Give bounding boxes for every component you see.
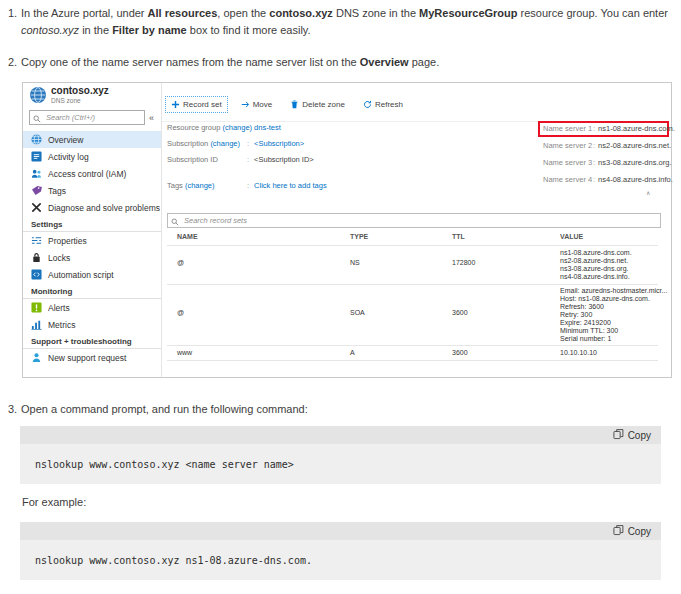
sidebar-item-activity-log[interactable]: Activity log	[23, 148, 161, 165]
step-text: In the Azure portal, under All resources…	[21, 5, 676, 38]
field-label: Resource group (change)	[167, 123, 247, 132]
for-example-label: For example:	[22, 496, 86, 508]
copy-button[interactable]: Copy	[613, 525, 651, 538]
cell-ttl: 3600	[452, 349, 468, 356]
delete-zone-button[interactable]: Delete zone	[285, 97, 350, 112]
zone-title: contoso.xyz	[51, 85, 109, 96]
change-link[interactable]: (change)	[210, 139, 240, 148]
separator: :	[247, 139, 249, 148]
move-button[interactable]: Move	[236, 97, 278, 112]
add-tags-link[interactable]: Click here to add tags	[254, 181, 327, 190]
sidebar-item-automation-script[interactable]: Automation script	[23, 266, 161, 283]
separator: :	[247, 123, 249, 132]
sidebar-item-label: Overview	[48, 135, 83, 145]
automation-script-icon	[31, 269, 42, 280]
portal-sidebar: contoso.xyz DNS zone « Overview Activity…	[23, 83, 162, 377]
button-label: Move	[253, 100, 273, 109]
bold-text: MyResourceGroup	[419, 7, 517, 19]
label-text: Resource group	[167, 123, 220, 132]
column-header-ttl: TTL	[452, 233, 465, 240]
change-link[interactable]: (change)	[185, 181, 215, 190]
sidebar-item-properties[interactable]: Properties	[23, 232, 161, 249]
cell-value: Email: azuredns-hostmaster.micr... Host:…	[560, 287, 667, 343]
sidebar-item-alerts[interactable]: Alerts	[23, 299, 161, 316]
essentials-row-subscription-id: Subscription ID:<Subscription ID>	[167, 155, 314, 164]
cell-value: 10.10.10.10	[560, 349, 597, 357]
sidebar-item-label: Activity log	[48, 152, 89, 162]
trash-icon	[290, 100, 299, 109]
step-number: 2.	[8, 54, 21, 71]
sidebar-item-access-control[interactable]: Access control (IAM)	[23, 165, 161, 182]
sidebar-item-overview[interactable]: Overview	[23, 131, 161, 148]
collapse-sidebar-icon[interactable]: «	[145, 113, 158, 123]
record-set-button[interactable]: Record set	[165, 96, 228, 113]
text-run: page.	[409, 56, 440, 68]
diagnose-tools-icon	[31, 202, 42, 213]
column-header-value: VALUE	[560, 233, 583, 240]
plus-icon	[171, 100, 180, 109]
button-label: Record set	[183, 100, 222, 109]
essentials-row-subscription: Subscription (change):<Subscription>	[167, 139, 304, 148]
cell-name: @	[177, 309, 184, 316]
collapse-essentials-icon[interactable]: ∧	[646, 189, 650, 196]
sidebar-item-metrics[interactable]: Metrics	[23, 316, 161, 333]
essentials-row-resource-group: Resource group (change):dns-test	[167, 123, 281, 132]
sidebar-item-label: Metrics	[48, 320, 75, 330]
sidebar-item-label: Properties	[48, 236, 87, 246]
code-block-2: Copy nslookup www.contoso.xyz ns1-08.azu…	[20, 522, 661, 580]
blade-header: contoso.xyz DNS zone	[23, 83, 161, 106]
sidebar-item-label: New support request	[48, 353, 126, 363]
copy-label: Copy	[628, 430, 651, 441]
column-header-name: NAME	[177, 233, 198, 240]
column-header-type: TYPE	[350, 233, 368, 240]
label-text: Subscription ID	[167, 155, 218, 164]
separator: :	[593, 158, 595, 167]
name-server-2-value: ns2-08.azure-dns.net.	[598, 141, 671, 150]
sidebar-search-box[interactable]	[29, 110, 145, 125]
sidebar-item-label: Tags	[48, 186, 66, 196]
copy-icon	[613, 525, 624, 538]
search-icon	[33, 109, 41, 127]
cell-type: SOA	[350, 309, 365, 316]
refresh-button[interactable]: Refresh	[358, 97, 408, 112]
field-label: Name server 2	[543, 141, 593, 150]
sidebar-item-label: Automation script	[48, 270, 114, 280]
step-3: 3. Open a command prompt, and run the fo…	[8, 401, 676, 418]
copy-button[interactable]: Copy	[613, 429, 651, 442]
text-run: In the Azure portal, under	[21, 7, 148, 19]
code-block-1: Copy nslookup www.contoso.xyz <name serv…	[20, 426, 661, 484]
code-block-header: Copy	[20, 522, 661, 540]
record-search-input[interactable]	[182, 215, 657, 226]
copy-label: Copy	[628, 526, 651, 537]
lock-icon	[31, 252, 42, 263]
field-label: Name server 3	[543, 158, 593, 167]
activity-log-icon	[31, 151, 42, 162]
step-text: Open a command prompt, and run the follo…	[21, 401, 676, 418]
cell-type: A	[350, 349, 355, 356]
bold-text: All resources	[148, 7, 218, 19]
sidebar-item-new-support-request[interactable]: New support request	[23, 349, 161, 366]
sidebar-item-tags[interactable]: Tags	[23, 182, 161, 199]
metrics-icon	[31, 319, 42, 330]
resource-group-link[interactable]: dns-test	[254, 123, 281, 132]
step-2: 2. Copy one of the name server names fro…	[8, 54, 676, 71]
subscription-link[interactable]: <Subscription>	[254, 139, 304, 148]
text-run: , open the	[217, 7, 269, 19]
divider	[167, 284, 658, 285]
text-run: in the	[79, 24, 112, 36]
sidebar-item-diagnose[interactable]: Diagnose and solve problems	[23, 199, 161, 216]
separator: :	[593, 124, 595, 133]
arrow-right-icon	[241, 100, 250, 109]
cell-value: ns1-08.azure-dns.com. ns2-08.azure-dns.n…	[560, 249, 632, 281]
sidebar-search-input[interactable]	[44, 112, 141, 123]
command-bar: Record set Move Delete zone Refresh	[165, 96, 408, 113]
record-search-box[interactable]	[167, 213, 661, 228]
tag-icon	[31, 185, 42, 196]
name-server-4-row: Name server 4:ns4-08.azure-dns.info.	[543, 175, 673, 184]
divider	[167, 360, 658, 361]
separator: :	[247, 181, 249, 190]
sidebar-item-locks[interactable]: Locks	[23, 249, 161, 266]
search-icon	[171, 212, 179, 230]
portal-content: Record set Move Delete zone Refresh Reso…	[162, 83, 670, 377]
zone-subtitle: DNS zone	[51, 97, 81, 104]
